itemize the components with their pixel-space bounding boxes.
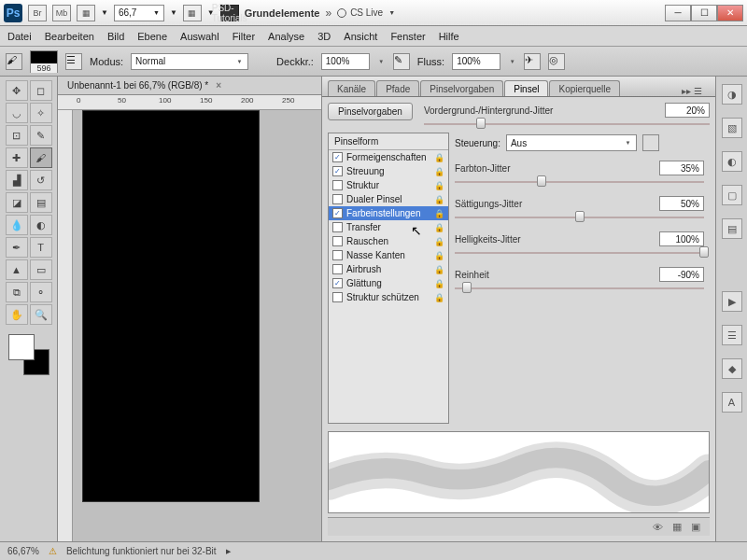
foreground-color[interactable] bbox=[8, 334, 35, 360]
styles-panel-icon[interactable]: ◆ bbox=[722, 358, 742, 379]
marquee-tool[interactable]: ◻ bbox=[30, 80, 52, 101]
fg-jitter-value[interactable]: 20% bbox=[665, 103, 710, 118]
menu-auswahl[interactable]: Auswahl bbox=[180, 31, 219, 42]
checkbox[interactable]: ✓ bbox=[332, 152, 343, 162]
layers-panel-icon[interactable]: ▤ bbox=[722, 218, 742, 239]
history-brush-tool[interactable]: ↺ bbox=[30, 170, 52, 190]
3d-tool[interactable]: ⧉ bbox=[6, 282, 28, 302]
heal-tool[interactable]: ✚ bbox=[6, 147, 28, 168]
tab-pinsel[interactable]: Pinsel bbox=[504, 80, 548, 96]
wand-tool[interactable]: ✧ bbox=[30, 103, 52, 123]
menu-fenster[interactable]: Fenster bbox=[390, 31, 425, 42]
path-select-tool[interactable]: ▲ bbox=[6, 259, 28, 280]
menu-hilfe[interactable]: Hilfe bbox=[439, 31, 459, 42]
brush-option-transfer[interactable]: Transfer🔒↖ bbox=[329, 220, 448, 234]
reinheit-value[interactable]: -90% bbox=[659, 267, 704, 282]
menu-filter[interactable]: Filter bbox=[233, 31, 255, 42]
lock-icon[interactable]: 🔒 bbox=[434, 237, 444, 246]
hand-tool[interactable]: ✋ bbox=[6, 304, 28, 325]
menu-ebene[interactable]: Ebene bbox=[137, 31, 167, 42]
menu-bearbeiten[interactable]: Bearbeiten bbox=[45, 31, 94, 42]
menu-analyse[interactable]: Analyse bbox=[268, 31, 304, 42]
checkbox[interactable] bbox=[332, 180, 343, 190]
checkbox[interactable]: ✓ bbox=[332, 166, 343, 176]
trash-icon[interactable]: ▣ bbox=[691, 521, 700, 533]
eraser-tool[interactable]: ◪ bbox=[6, 192, 28, 213]
menu-bild[interactable]: Bild bbox=[107, 31, 124, 42]
checkbox[interactable] bbox=[332, 292, 343, 302]
adjustments-panel-icon[interactable]: ◐ bbox=[722, 151, 742, 172]
deckkr-arrow[interactable] bbox=[377, 57, 386, 65]
color-panel-icon[interactable]: ◑ bbox=[722, 84, 742, 105]
reinheit-slider[interactable] bbox=[455, 284, 704, 293]
zoom-tool[interactable]: 🔍 bbox=[30, 304, 52, 325]
character-panel-icon[interactable]: A bbox=[722, 392, 742, 413]
swatches-panel-icon[interactable]: ▧ bbox=[722, 118, 742, 138]
gradient-tool[interactable]: ▤ bbox=[30, 192, 52, 213]
shape-tool[interactable]: ▭ bbox=[30, 259, 52, 280]
fluss-arrow[interactable] bbox=[508, 57, 516, 65]
tab-kopierquelle[interactable]: Kopierquelle bbox=[549, 80, 620, 96]
close-button[interactable]: ✕ bbox=[717, 5, 743, 21]
lock-icon[interactable]: 🔒 bbox=[434, 195, 444, 204]
workspace-label[interactable]: Grundelemente bbox=[245, 7, 320, 19]
saettigung-slider[interactable] bbox=[455, 213, 704, 222]
brush-option-formeigenschaften[interactable]: ✓Formeigenschaften🔒 bbox=[329, 150, 448, 164]
close-doc-icon[interactable]: × bbox=[216, 80, 221, 91]
status-zoom[interactable]: 66,67% bbox=[7, 546, 39, 556]
move-tool[interactable]: ✥ bbox=[6, 80, 28, 101]
fluss-field[interactable]: 100% bbox=[452, 53, 500, 70]
brush-option-gl-ttung[interactable]: ✓Glättung🔒 bbox=[329, 276, 448, 290]
canvas-viewport[interactable] bbox=[73, 110, 321, 541]
helligkeit-value[interactable]: 100% bbox=[659, 231, 704, 246]
masks-panel-icon[interactable]: ▢ bbox=[722, 185, 742, 205]
zoom-field[interactable]: 66,7▼ bbox=[114, 5, 164, 21]
lock-icon[interactable]: 🔒 bbox=[434, 153, 444, 162]
checkbox[interactable] bbox=[332, 236, 343, 246]
menu-datei[interactable]: Datei bbox=[7, 31, 32, 42]
farbton-value[interactable]: 35% bbox=[659, 161, 704, 175]
pinselvorgaben-button[interactable]: Pinselvorgaben bbox=[328, 103, 413, 120]
menu-3d[interactable]: 3D bbox=[317, 31, 331, 42]
view-extras-button[interactable]: ▦ bbox=[183, 5, 202, 21]
toggle-preview-icon[interactable]: 👁 bbox=[653, 522, 663, 533]
minimize-button[interactable]: ─ bbox=[665, 5, 691, 21]
list-header[interactable]: Pinselform bbox=[329, 133, 448, 150]
minibridge-button[interactable]: Mb bbox=[52, 5, 71, 21]
stamp-tool[interactable]: ▟ bbox=[6, 170, 28, 190]
cslive-button[interactable]: CS Live▼ bbox=[337, 7, 395, 18]
lasso-tool[interactable]: ◡ bbox=[6, 103, 28, 123]
maximize-button[interactable]: ☐ bbox=[691, 5, 717, 21]
lock-icon[interactable]: 🔒 bbox=[434, 181, 444, 190]
type-tool[interactable]: T bbox=[30, 237, 52, 258]
color-swatches[interactable] bbox=[8, 334, 49, 375]
brush-option-struktur[interactable]: Struktur🔒 bbox=[329, 178, 448, 192]
pen-tool[interactable]: ✒ bbox=[6, 237, 28, 258]
lock-icon[interactable]: 🔒 bbox=[434, 167, 444, 176]
checkbox[interactable] bbox=[332, 194, 343, 204]
checkbox[interactable]: ✓ bbox=[332, 278, 343, 288]
lock-icon[interactable]: 🔒 bbox=[434, 293, 444, 302]
brush-option-rauschen[interactable]: Rauschen🔒 bbox=[329, 234, 448, 248]
steuerung-icon[interactable] bbox=[642, 134, 659, 151]
saettigung-value[interactable]: 50% bbox=[659, 196, 704, 211]
arrow-down-icon[interactable]: ▼ bbox=[170, 8, 177, 17]
fg-jitter-slider[interactable] bbox=[424, 119, 710, 129]
steuerung-dropdown[interactable]: Aus bbox=[506, 134, 637, 151]
tab-pinselvorgaben[interactable]: Pinselvorgaben bbox=[420, 80, 503, 96]
tab-kanaele[interactable]: Kanäle bbox=[328, 80, 375, 96]
brush-tool[interactable]: 🖌 bbox=[30, 147, 52, 168]
checkbox[interactable] bbox=[332, 222, 343, 232]
history-panel-icon[interactable]: ▶ bbox=[722, 291, 742, 312]
layout-button[interactable]: ▦ bbox=[77, 5, 95, 21]
brush-preview[interactable]: 596 bbox=[30, 50, 58, 73]
document-tab[interactable]: Unbenannt-1 bei 66,7% (RGB/8) *× bbox=[58, 77, 321, 95]
airbrush-icon[interactable]: ✈ bbox=[524, 53, 541, 70]
panel-more-icon[interactable]: ▸▸ ☰ bbox=[682, 86, 710, 96]
bridge-button[interactable]: Br bbox=[28, 5, 47, 21]
brush-option-nasse-kanten[interactable]: Nasse Kanten🔒 bbox=[329, 248, 448, 262]
lock-icon[interactable]: 🔒 bbox=[434, 223, 444, 232]
eyedropper-tool[interactable]: ✎ bbox=[30, 125, 52, 146]
lock-icon[interactable]: 🔒 bbox=[434, 209, 444, 218]
farbton-slider[interactable] bbox=[455, 177, 704, 187]
